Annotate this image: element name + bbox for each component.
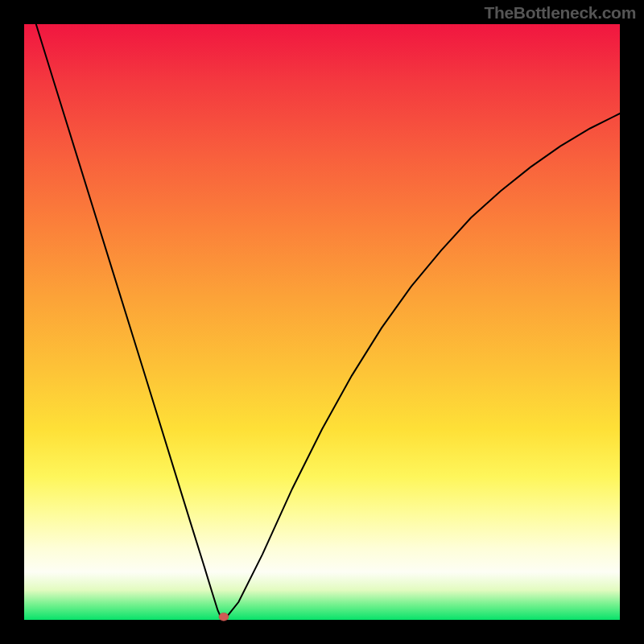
chart-frame: TheBottleneck.com — [0, 0, 644, 644]
bottleneck-curve — [36, 24, 620, 617]
minimum-marker — [219, 613, 229, 621]
plot-area — [24, 24, 620, 620]
watermark-label: TheBottleneck.com — [484, 3, 636, 23]
curve-svg — [24, 24, 620, 620]
